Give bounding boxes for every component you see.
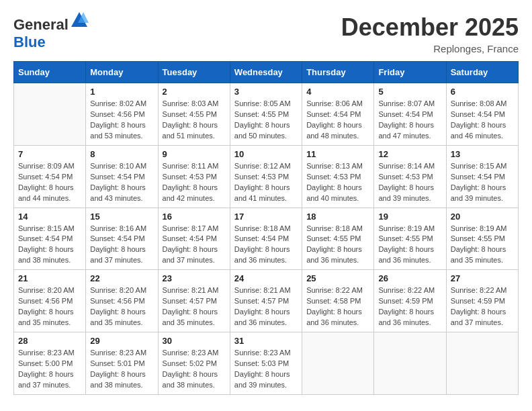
calendar-cell: 15Sunrise: 8:16 AMSunset: 4:54 PMDayligh… — [86, 208, 158, 270]
day-number: 23 — [163, 273, 226, 283]
day-info: Sunrise: 8:18 AMSunset: 4:55 PMDaylight:… — [306, 224, 369, 267]
day-info: Sunrise: 8:23 AMSunset: 5:01 PMDaylight:… — [90, 348, 153, 391]
day-info: Sunrise: 8:20 AMSunset: 4:56 PMDaylight:… — [18, 285, 81, 328]
day-info: Sunrise: 8:15 AMSunset: 4:54 PMDaylight:… — [451, 161, 514, 204]
calendar-cell: 16Sunrise: 8:17 AMSunset: 4:54 PMDayligh… — [158, 208, 230, 270]
day-number: 8 — [90, 149, 153, 159]
calendar-cell — [14, 83, 86, 146]
logo-general-text: General — [13, 16, 69, 33]
day-header-tuesday: Tuesday — [158, 62, 230, 83]
calendar-table: SundayMondayTuesdayWednesdayThursdayFrid… — [13, 61, 519, 395]
day-header-saturday: Saturday — [446, 62, 518, 83]
calendar-cell: 26Sunrise: 8:22 AMSunset: 4:59 PMDayligh… — [374, 270, 446, 332]
day-number: 29 — [90, 336, 153, 346]
calendar-cell: 19Sunrise: 8:19 AMSunset: 4:55 PMDayligh… — [374, 208, 446, 270]
calendar-cell: 9Sunrise: 8:11 AMSunset: 4:53 PMDaylight… — [158, 145, 230, 208]
calendar-cell: 30Sunrise: 8:23 AMSunset: 5:02 PMDayligh… — [158, 332, 230, 395]
day-info: Sunrise: 8:22 AMSunset: 4:59 PMDaylight:… — [451, 285, 514, 328]
calendar-cell: 23Sunrise: 8:21 AMSunset: 4:57 PMDayligh… — [158, 270, 230, 332]
calendar-cell: 1Sunrise: 8:02 AMSunset: 4:56 PMDaylight… — [86, 83, 158, 146]
calendar-cell — [374, 332, 446, 395]
day-number: 22 — [90, 273, 153, 283]
day-info: Sunrise: 8:07 AMSunset: 4:54 PMDaylight:… — [378, 99, 441, 142]
day-number: 31 — [234, 336, 298, 346]
calendar-cell: 11Sunrise: 8:13 AMSunset: 4:53 PMDayligh… — [302, 145, 374, 208]
logo-blue-text: Blue — [13, 34, 46, 50]
day-info: Sunrise: 8:20 AMSunset: 4:56 PMDaylight:… — [90, 285, 153, 328]
calendar-week-row: 28Sunrise: 8:23 AMSunset: 5:00 PMDayligh… — [14, 332, 519, 395]
calendar-cell: 12Sunrise: 8:14 AMSunset: 4:53 PMDayligh… — [374, 145, 446, 208]
day-number: 6 — [451, 87, 514, 97]
day-number: 5 — [378, 87, 441, 97]
day-number: 26 — [378, 273, 441, 283]
day-number: 13 — [451, 149, 514, 159]
day-info: Sunrise: 8:21 AMSunset: 4:57 PMDaylight:… — [234, 285, 298, 328]
day-info: Sunrise: 8:08 AMSunset: 4:54 PMDaylight:… — [451, 99, 514, 142]
calendar-cell: 28Sunrise: 8:23 AMSunset: 5:00 PMDayligh… — [14, 332, 86, 395]
day-header-friday: Friday — [374, 62, 446, 83]
day-number: 17 — [234, 212, 298, 222]
day-number: 10 — [234, 149, 298, 159]
day-number: 14 — [18, 212, 81, 222]
day-number: 20 — [451, 212, 514, 222]
day-number: 30 — [163, 336, 226, 346]
calendar-cell: 5Sunrise: 8:07 AMSunset: 4:54 PMDaylight… — [374, 83, 446, 146]
day-info: Sunrise: 8:02 AMSunset: 4:56 PMDaylight:… — [90, 99, 153, 142]
day-info: Sunrise: 8:23 AMSunset: 5:02 PMDaylight:… — [163, 348, 226, 391]
day-info: Sunrise: 8:22 AMSunset: 4:58 PMDaylight:… — [306, 285, 369, 328]
calendar-cell: 10Sunrise: 8:12 AMSunset: 4:53 PMDayligh… — [230, 145, 302, 208]
day-info: Sunrise: 8:15 AMSunset: 4:54 PMDaylight:… — [18, 224, 81, 267]
day-info: Sunrise: 8:23 AMSunset: 5:00 PMDaylight:… — [18, 348, 81, 391]
day-info: Sunrise: 8:06 AMSunset: 4:54 PMDaylight:… — [306, 99, 369, 142]
day-number: 27 — [451, 273, 514, 283]
day-info: Sunrise: 8:14 AMSunset: 4:53 PMDaylight:… — [378, 161, 441, 204]
day-number: 15 — [90, 212, 153, 222]
calendar-cell: 7Sunrise: 8:09 AMSunset: 4:54 PMDaylight… — [14, 145, 86, 208]
day-number: 16 — [163, 212, 226, 222]
calendar-cell: 27Sunrise: 8:22 AMSunset: 4:59 PMDayligh… — [446, 270, 518, 332]
day-number: 1 — [90, 87, 153, 97]
calendar-week-row: 1Sunrise: 8:02 AMSunset: 4:56 PMDaylight… — [14, 83, 519, 146]
title-block: December 2025 Replonges, France — [341, 13, 519, 54]
calendar-cell: 8Sunrise: 8:10 AMSunset: 4:54 PMDaylight… — [86, 145, 158, 208]
calendar-cell — [302, 332, 374, 395]
day-info: Sunrise: 8:17 AMSunset: 4:54 PMDaylight:… — [163, 224, 226, 267]
day-number: 25 — [306, 273, 369, 283]
month-title: December 2025 — [341, 13, 519, 42]
logo-icon — [70, 11, 89, 30]
day-number: 3 — [234, 87, 298, 97]
day-info: Sunrise: 8:22 AMSunset: 4:59 PMDaylight:… — [378, 285, 441, 328]
calendar-cell: 21Sunrise: 8:20 AMSunset: 4:56 PMDayligh… — [14, 270, 86, 332]
day-info: Sunrise: 8:16 AMSunset: 4:54 PMDaylight:… — [90, 224, 153, 267]
day-header-monday: Monday — [86, 62, 158, 83]
day-header-thursday: Thursday — [302, 62, 374, 83]
day-info: Sunrise: 8:11 AMSunset: 4:53 PMDaylight:… — [163, 161, 226, 204]
day-number: 12 — [378, 149, 441, 159]
calendar-cell: 20Sunrise: 8:19 AMSunset: 4:55 PMDayligh… — [446, 208, 518, 270]
calendar-cell: 29Sunrise: 8:23 AMSunset: 5:01 PMDayligh… — [86, 332, 158, 395]
calendar-cell: 3Sunrise: 8:05 AMSunset: 4:55 PMDaylight… — [230, 83, 302, 146]
day-info: Sunrise: 8:19 AMSunset: 4:55 PMDaylight:… — [378, 224, 441, 267]
calendar-week-row: 21Sunrise: 8:20 AMSunset: 4:56 PMDayligh… — [14, 270, 519, 332]
calendar-cell: 18Sunrise: 8:18 AMSunset: 4:55 PMDayligh… — [302, 208, 374, 270]
location-subtitle: Replonges, France — [341, 43, 519, 54]
day-number: 4 — [306, 87, 369, 97]
day-info: Sunrise: 8:21 AMSunset: 4:57 PMDaylight:… — [163, 285, 226, 328]
day-number: 7 — [18, 149, 81, 159]
day-info: Sunrise: 8:10 AMSunset: 4:54 PMDaylight:… — [90, 161, 153, 204]
day-number: 24 — [234, 273, 298, 283]
day-number: 18 — [306, 212, 369, 222]
logo: General Blue — [13, 13, 89, 51]
day-info: Sunrise: 8:18 AMSunset: 4:54 PMDaylight:… — [234, 224, 298, 267]
page-header: General Blue December 2025 Replonges, Fr… — [13, 13, 519, 54]
calendar-cell: 6Sunrise: 8:08 AMSunset: 4:54 PMDaylight… — [446, 83, 518, 146]
calendar-cell: 13Sunrise: 8:15 AMSunset: 4:54 PMDayligh… — [446, 145, 518, 208]
day-info: Sunrise: 8:03 AMSunset: 4:55 PMDaylight:… — [163, 99, 226, 142]
calendar-cell: 31Sunrise: 8:23 AMSunset: 5:03 PMDayligh… — [230, 332, 302, 395]
day-info: Sunrise: 8:13 AMSunset: 4:53 PMDaylight:… — [306, 161, 369, 204]
calendar-cell: 17Sunrise: 8:18 AMSunset: 4:54 PMDayligh… — [230, 208, 302, 270]
calendar-week-row: 14Sunrise: 8:15 AMSunset: 4:54 PMDayligh… — [14, 208, 519, 270]
day-info: Sunrise: 8:23 AMSunset: 5:03 PMDaylight:… — [234, 348, 298, 391]
calendar-header-row: SundayMondayTuesdayWednesdayThursdayFrid… — [14, 62, 519, 83]
calendar-cell: 22Sunrise: 8:20 AMSunset: 4:56 PMDayligh… — [86, 270, 158, 332]
